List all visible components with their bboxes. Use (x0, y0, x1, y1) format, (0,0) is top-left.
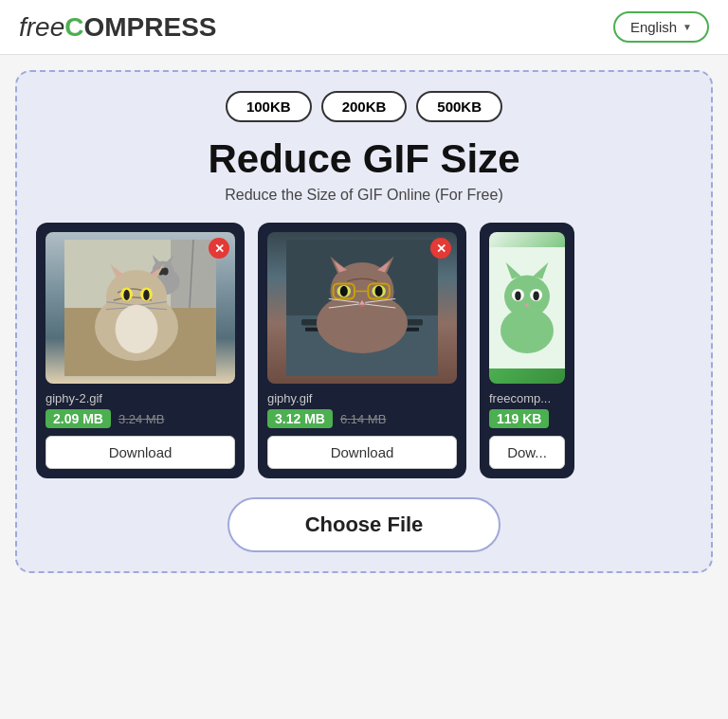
svg-point-9 (162, 268, 168, 276)
card-image-2: ✕ (267, 232, 457, 384)
header: freeCOMPRESS English ▼ (0, 0, 728, 55)
size-presets: 100KB 200KB 500KB (36, 91, 692, 122)
tool-title: Reduce GIF Size (36, 137, 692, 181)
cat2-image (267, 232, 457, 384)
logo-free: free (19, 12, 64, 42)
cat3-image (489, 232, 565, 384)
svg-point-55 (515, 292, 520, 301)
tool-subtitle: Reduce the Size of GIF Online (For Free) (36, 187, 692, 204)
file-card-3: freecomp... 119 KB Dow... (480, 223, 574, 478)
new-size-1: 2.09 MB (46, 409, 111, 428)
cat1-image (46, 232, 235, 384)
svg-point-18 (123, 290, 129, 300)
preset-500kb[interactable]: 500KB (416, 91, 502, 122)
file-sizes-3: 119 KB (489, 409, 565, 428)
language-label: English (630, 19, 677, 35)
preset-100kb[interactable]: 100KB (226, 91, 312, 122)
cards-container: ✕ (36, 223, 692, 478)
svg-point-41 (340, 286, 348, 297)
old-size-1: 3.24 MB (118, 412, 164, 426)
cat3-svg (489, 232, 565, 384)
svg-point-42 (375, 286, 383, 297)
filename-3: freecomp... (489, 391, 565, 405)
filename-2: giphy.gif (267, 391, 457, 405)
choose-file-button[interactable]: Choose File (228, 497, 501, 552)
old-size-2: 6.14 MB (340, 412, 386, 426)
download-btn-3[interactable]: Dow... (489, 436, 565, 469)
file-sizes-2: 3.12 MB 6.14 MB (267, 409, 457, 428)
tool-container: 100KB 200KB 500KB Reduce GIF Size Reduce… (15, 70, 713, 573)
cat2-svg (277, 240, 447, 376)
new-size-3: 119 KB (489, 409, 549, 428)
svg-point-50 (504, 276, 550, 318)
cat1-svg (55, 240, 226, 376)
file-card-1: ✕ (36, 223, 245, 478)
logo-compress-text: OMPRESS (83, 12, 216, 42)
new-size-2: 3.12 MB (267, 409, 333, 428)
download-btn-2[interactable]: Download (267, 436, 457, 469)
card-image-1: ✕ (46, 232, 235, 384)
chevron-down-icon: ▼ (682, 22, 692, 32)
preset-200kb[interactable]: 200KB (321, 91, 408, 122)
svg-point-19 (143, 290, 149, 300)
filename-1: giphy-2.gif (46, 391, 235, 405)
file-card-2: ✕ (258, 223, 466, 478)
language-selector[interactable]: English ▼ (613, 11, 709, 43)
svg-point-25 (116, 305, 158, 353)
file-sizes-1: 2.09 MB 3.24 MB (46, 409, 235, 428)
main-content: 100KB 200KB 500KB Reduce GIF Size Reduce… (0, 55, 728, 588)
card-image-3 (489, 232, 565, 384)
logo-compress: COMPRESS (64, 12, 216, 42)
choose-file-area: Choose File (36, 497, 692, 552)
svg-point-56 (533, 292, 538, 301)
download-btn-1[interactable]: Download (46, 436, 235, 469)
logo: freeCOMPRESS (19, 12, 217, 43)
